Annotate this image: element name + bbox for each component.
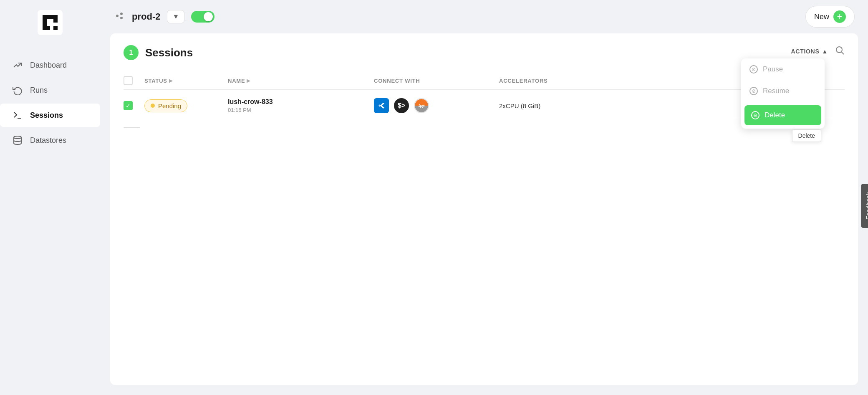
sidebar-item-label: Runs	[30, 86, 48, 95]
delete-tooltip: Delete	[792, 129, 821, 142]
sessions-count-badge: 1	[124, 45, 139, 60]
sidebar-item-sessions[interactable]: Sessions	[0, 104, 100, 127]
resume-action: ⊘ Resume	[741, 80, 825, 102]
delete-label: Delete	[765, 111, 785, 119]
table-header: STATUS ▶ NAME ▶ CONNECT WITH ACCELERATOR…	[124, 72, 845, 90]
sidebar: Dashboard Runs Sessions	[0, 0, 100, 395]
pause-action: ⊘ Pause	[741, 58, 825, 80]
svg-rect-0	[38, 10, 63, 35]
actions-dropdown: ⊘ Pause ⊘ Resume ⊖ Delete Delete	[741, 58, 825, 129]
select-all-checkbox[interactable]	[124, 76, 133, 85]
pause-icon: ⊘	[749, 65, 758, 73]
status-header: STATUS ▶	[144, 76, 228, 85]
runs-icon	[12, 84, 23, 96]
session-time: 01:16 PM	[228, 107, 374, 113]
project-dropdown[interactable]: ▼	[167, 10, 184, 23]
status-sort-arrow[interactable]: ▶	[169, 78, 173, 84]
chevron-down-icon: ▼	[172, 13, 179, 20]
jupyter-icon[interactable]: Jpyr	[414, 98, 429, 113]
row-checkbox-cell: ✓	[124, 101, 144, 110]
svg-point-3	[116, 15, 119, 17]
status-dot	[151, 104, 155, 108]
delete-action[interactable]: ⊖ Delete Delete	[744, 105, 821, 125]
actions-label: ACTIONS	[791, 48, 820, 55]
sessions-title: Sessions	[145, 46, 193, 59]
content-area: 1 Sessions ACTIONS ▲	[100, 33, 868, 395]
chevron-up-icon: ▲	[822, 48, 828, 55]
name-header: NAME ▶	[228, 76, 374, 85]
topbar: prod-2 ▼ New +	[100, 0, 868, 33]
sidebar-item-label: Sessions	[30, 111, 63, 120]
feedback-button[interactable]: Feedback	[861, 184, 868, 228]
session-name: lush-crow-833	[228, 98, 374, 106]
main-area: prod-2 ▼ New + 1 Sessions	[100, 0, 868, 395]
vscode-icon[interactable]	[374, 98, 389, 113]
pause-label: Pause	[763, 65, 783, 73]
name-sort-arrow[interactable]: ▶	[247, 78, 250, 84]
toggle-bg	[191, 11, 214, 23]
search-icon[interactable]	[835, 45, 845, 58]
status-badge: Pending	[144, 99, 187, 112]
project-dots-icon	[114, 10, 125, 24]
resume-label: Resume	[763, 87, 789, 95]
jupyter-inner: Jpyr	[415, 99, 428, 112]
new-button[interactable]: New +	[805, 6, 855, 28]
actions-area: ACTIONS ▲	[791, 45, 845, 58]
svg-point-5	[120, 17, 123, 19]
name-cell: lush-crow-833 01:16 PM	[228, 98, 374, 113]
terminal-icon[interactable]: $>	[394, 98, 409, 113]
sidebar-item-runs[interactable]: Runs	[0, 78, 100, 102]
connect-header: CONNECT WITH	[374, 76, 499, 85]
svg-point-2	[14, 136, 21, 139]
sidebar-item-label: Dashboard	[30, 61, 67, 70]
sessions-table: STATUS ▶ NAME ▶ CONNECT WITH ACCELERATOR…	[124, 72, 845, 128]
svg-point-6	[836, 47, 842, 53]
dashboard-icon	[12, 59, 23, 71]
sidebar-item-label: Datastores	[30, 136, 66, 145]
sidebar-nav: Dashboard Runs Sessions	[0, 53, 100, 152]
table-row: ✓ Pending lush-crow-833 01:16 PM	[124, 91, 845, 120]
plus-icon: +	[833, 10, 846, 23]
delete-icon: ⊖	[751, 111, 760, 119]
select-all-cell	[124, 76, 144, 85]
toggle-switch[interactable]	[191, 11, 214, 23]
connect-icons-cell: $> Jpyr	[374, 98, 499, 113]
sessions-header: 1 Sessions	[124, 45, 845, 60]
sidebar-item-datastores[interactable]: Datastores	[0, 129, 100, 152]
resume-icon: ⊘	[749, 87, 758, 95]
svg-point-4	[120, 13, 123, 15]
sessions-icon	[12, 109, 23, 121]
table-divider	[124, 127, 140, 128]
sessions-card: 1 Sessions ACTIONS ▲	[110, 33, 858, 385]
svg-line-7	[842, 52, 844, 55]
new-button-label: New	[814, 13, 829, 21]
toggle-knob	[204, 12, 213, 21]
actions-button[interactable]: ACTIONS ▲	[791, 48, 828, 55]
status-cell: Pending	[144, 99, 228, 112]
sidebar-item-dashboard[interactable]: Dashboard	[0, 53, 100, 77]
row-checkbox[interactable]: ✓	[124, 101, 133, 110]
datastores-icon	[12, 134, 23, 146]
logo	[38, 10, 63, 37]
project-name: prod-2	[132, 11, 160, 22]
